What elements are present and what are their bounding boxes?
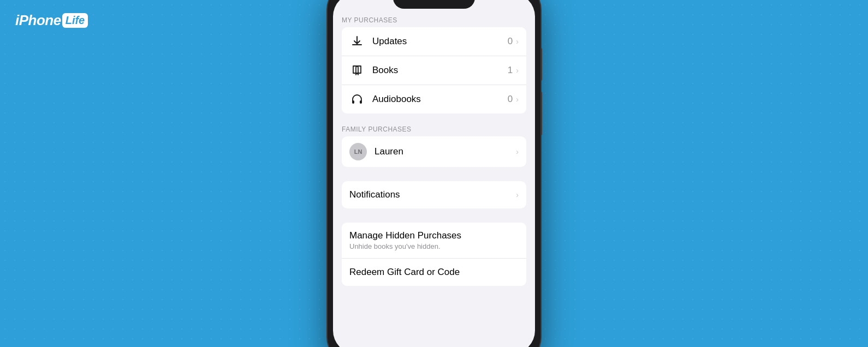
notifications-list: Notifications › [342,181,526,208]
phone-screen: MY PURCHASES Updates 0 › [333,0,535,347]
logo: iPhone Life [15,12,88,29]
avatar: LN [349,143,367,160]
screen-content: MY PURCHASES Updates 0 › [333,0,535,347]
row-manage-hidden[interactable]: Manage Hidden Purchases Unhide books you… [342,223,526,259]
books-chevron: › [516,66,519,75]
updates-label: Updates [372,36,508,47]
books-badge: 1 [508,65,513,76]
row-updates[interactable]: Updates 0 › [342,27,526,56]
bottom-list: Manage Hidden Purchases Unhide books you… [342,223,526,286]
audiobooks-badge: 0 [508,94,513,105]
logo-life-text: Life [66,14,85,26]
phone-shell: MY PURCHASES Updates 0 › [328,0,540,347]
manage-hidden-sublabel: Unhide books you've hidden. [349,242,441,250]
updates-chevron: › [516,37,519,46]
section-header-family-purchases: FAMILY PURCHASES [333,118,535,136]
svg-rect-1 [360,100,362,104]
row-redeem[interactable]: Redeem Gift Card or Code [342,259,526,286]
updates-badge: 0 [508,36,513,47]
svg-rect-0 [352,100,354,104]
audiobooks-label: Audiobooks [372,94,508,105]
logo-life-box: Life [62,13,88,28]
family-purchases-list: LN Lauren › [342,136,526,167]
books-label: Books [372,65,508,76]
row-books[interactable]: Books 1 › [342,56,526,85]
phone-notch [393,0,475,9]
manage-hidden-label: Manage Hidden Purchases [349,230,461,241]
row-audiobooks[interactable]: Audiobooks 0 › [342,85,526,113]
lauren-chevron: › [516,147,519,156]
row-lauren[interactable]: LN Lauren › [342,136,526,167]
notifications-chevron: › [516,190,519,199]
my-purchases-list: Updates 0 › Books 1 › [342,27,526,113]
section-header-my-purchases: MY PURCHASES [333,9,535,27]
redeem-label: Redeem Gift Card or Code [349,267,519,278]
row-notifications[interactable]: Notifications › [342,181,526,208]
notifications-label: Notifications [349,189,516,200]
download-icon [349,34,365,49]
headphones-icon [349,92,365,107]
audiobooks-chevron: › [516,95,519,104]
lauren-label: Lauren [374,146,516,157]
logo-iphone-text: iPhone [15,12,61,29]
book-icon [349,63,365,78]
